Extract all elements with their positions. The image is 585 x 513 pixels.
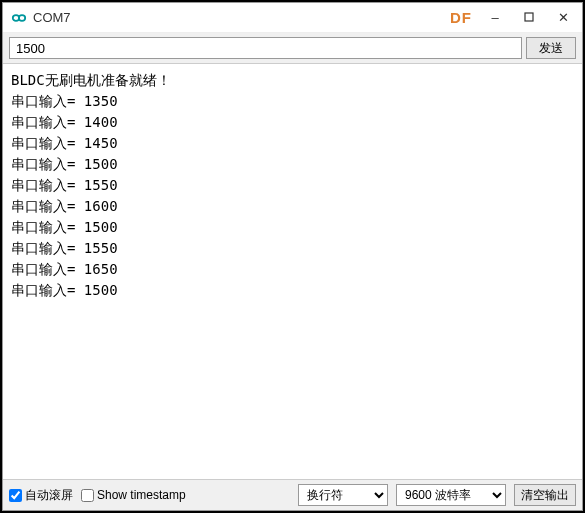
close-button[interactable]: ✕ [546,5,580,31]
maximize-button[interactable] [512,5,546,31]
watermark: DF [450,9,472,26]
input-row: 发送 [3,33,582,64]
window-controls: – ✕ [478,5,580,31]
output-line: 串口输入= 1550 [11,175,574,196]
output-line: 串口输入= 1550 [11,238,574,259]
output-line: 串口输入= 1600 [11,196,574,217]
timestamp-checkbox-wrap[interactable]: Show timestamp [81,488,186,502]
window-title: COM7 [33,10,450,25]
output-line: 串口输入= 1450 [11,133,574,154]
output-header-line: BLDC无刷电机准备就绪！ [11,70,574,91]
output-line: 串口输入= 1500 [11,217,574,238]
svg-rect-2 [525,13,533,21]
serial-monitor-window: COM7 DF – ✕ 发送 BLDC无刷电机准备就绪！ 串口输入= 1350串… [2,2,583,511]
output-line: 串口输入= 1400 [11,112,574,133]
arduino-icon [11,10,27,26]
minimize-icon: – [491,10,498,25]
output-line: 串口输入= 1350 [11,91,574,112]
autoscroll-label: 自动滚屏 [25,487,73,504]
timestamp-label: Show timestamp [97,488,186,502]
output-area[interactable]: BLDC无刷电机准备就绪！ 串口输入= 1350串口输入= 1400串口输入= … [3,64,582,480]
minimize-button[interactable]: – [478,5,512,31]
clear-output-button[interactable]: 清空输出 [514,484,576,506]
output-line: 串口输入= 1500 [11,154,574,175]
output-line: 串口输入= 1500 [11,280,574,301]
titlebar: COM7 DF – ✕ [3,3,582,33]
bottom-bar: 自动滚屏 Show timestamp 换行符 9600 波特率 清空输出 [3,480,582,510]
serial-input[interactable] [9,37,522,59]
baud-rate-select[interactable]: 9600 波特率 [396,484,506,506]
send-button[interactable]: 发送 [526,37,576,59]
timestamp-checkbox[interactable] [81,489,94,502]
autoscroll-checkbox[interactable] [9,489,22,502]
maximize-icon [524,10,534,25]
line-ending-select[interactable]: 换行符 [298,484,388,506]
autoscroll-checkbox-wrap[interactable]: 自动滚屏 [9,487,73,504]
close-icon: ✕ [558,10,569,25]
output-line: 串口输入= 1650 [11,259,574,280]
